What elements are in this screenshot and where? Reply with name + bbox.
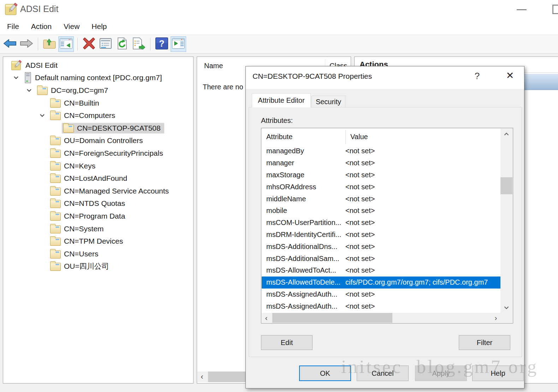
scroll-down-icon[interactable] <box>500 302 512 313</box>
attribute-row[interactable]: msDRM-IdentityCertifi...<not set> <box>262 229 500 241</box>
tree-item-adsi-edit[interactable]: ADSI Edit <box>3 59 193 72</box>
toolbar-back-button[interactable] <box>2 36 18 52</box>
attributes-vscrollbar[interactable] <box>500 129 512 313</box>
toolbar-forward-button[interactable] <box>19 36 34 52</box>
toolbar-refresh-button[interactable] <box>114 36 130 52</box>
attribute-row[interactable]: maxStorage<not set> <box>262 169 500 181</box>
properties-dialog: CN=DESKTOP-9CAT508 Properties ? ✕ Attrib… <box>245 66 524 388</box>
folder-icon <box>50 225 61 233</box>
chevron-down-icon[interactable] <box>23 89 36 92</box>
tree-node[interactable]: CN=System <box>49 224 107 234</box>
tree-node[interactable]: OU=四川公司 <box>49 261 113 272</box>
attribute-row[interactable]: mobile<not set> <box>262 205 500 217</box>
cancel-button[interactable]: Cancel <box>357 366 409 381</box>
attribute-row-selected[interactable]: msDS-AllowedToDele...cifs/PDC.org.gm7/or… <box>262 277 500 289</box>
attribute-row[interactable]: manager<not set> <box>262 157 500 169</box>
tree-item-label: DC=org,DC=gm7 <box>51 86 108 95</box>
tree-node[interactable]: OU=Domain Controllers <box>49 135 147 146</box>
tree-item-cn-program-data[interactable]: CN=Program Data <box>3 210 193 222</box>
attribute-row[interactable]: msDS-AllowedToAct...<not set> <box>262 265 500 277</box>
maximize-button[interactable] <box>552 5 558 14</box>
ok-button[interactable]: OK <box>299 366 351 381</box>
tab-attribute-editor[interactable]: Attribute Editor <box>252 93 311 107</box>
menu-file[interactable]: File <box>7 22 19 31</box>
attribute-row[interactable]: msDS-AdditionalDns...<not set> <box>262 240 500 253</box>
tree-item-dc-org-dc-gm7[interactable]: DC=org,DC=gm7 <box>3 84 193 97</box>
tree-node[interactable]: CN=Keys <box>49 161 99 171</box>
tree-node[interactable]: CN=LostAndFound <box>49 173 131 184</box>
tree-item-label: CN=TPM Devices <box>64 237 123 245</box>
toolbar-export-list-button[interactable] <box>131 36 147 52</box>
attributes-column-divider[interactable] <box>345 130 346 144</box>
export-page-icon <box>132 37 146 51</box>
tree-selected-node[interactable]: CN=DESKTOP-9CAT508 <box>62 123 164 133</box>
tree-item-ou-domain-controllers[interactable]: OU=Domain Controllers <box>3 135 193 147</box>
tree-item-cn-builtin[interactable]: CN=Builtin <box>3 97 193 109</box>
apply-button[interactable]: Apply <box>415 366 467 381</box>
toolbar-show-action-pane-button[interactable] <box>171 36 186 52</box>
menu-view[interactable]: View <box>64 22 79 31</box>
filter-button[interactable]: Filter <box>459 335 510 350</box>
tree-item-cn-computers[interactable]: CN=Computers <box>3 109 193 122</box>
column-header-value[interactable]: Value <box>350 133 368 141</box>
toolbar-properties-button[interactable] <box>98 36 113 52</box>
toolbar-help-button[interactable]: ? <box>154 36 170 52</box>
tree-item-cn-ntds-quotas[interactable]: CN=NTDS Quotas <box>3 197 193 210</box>
toolbar-up-one-level-button[interactable] <box>42 36 57 52</box>
tree-node[interactable]: CN=NTDS Quotas <box>49 198 129 209</box>
tree-node[interactable]: CN=TPM Devices <box>49 236 126 247</box>
dialog-close-button[interactable]: ✕ <box>503 70 517 83</box>
tree-item-cn-system[interactable]: CN=System <box>3 222 193 235</box>
tab-security[interactable]: Security <box>311 96 345 107</box>
folder-icon <box>50 150 61 158</box>
toolbar-delete-button[interactable] <box>81 36 97 52</box>
toolbar-show-console-tree-button[interactable] <box>58 36 74 52</box>
tree-item-cn-keys[interactable]: CN=Keys <box>3 160 193 172</box>
help-button[interactable]: Help <box>472 366 524 381</box>
tree-node[interactable]: CN=Builtin <box>49 98 103 108</box>
hscrollbar-thumb[interactable] <box>272 313 392 323</box>
attributes-hscrollbar[interactable]: ‹ › <box>262 313 500 323</box>
chevron-down-icon[interactable] <box>10 76 23 79</box>
dialog-help-button[interactable]: ? <box>471 71 483 83</box>
menu-help[interactable]: Help <box>91 22 107 31</box>
tree-item-cn-lostandfound[interactable]: CN=LostAndFound <box>3 172 193 185</box>
tree-node[interactable]: CN=Computers <box>49 110 119 121</box>
tree-item-cn-foreignsecurityprincipals[interactable]: CN=ForeignSecurityPrincipals <box>3 147 193 160</box>
scroll-left-icon[interactable]: ‹ <box>262 313 271 323</box>
vscrollbar-thumb[interactable] <box>500 177 512 194</box>
tree-node[interactable]: ADSI Edit <box>10 59 61 71</box>
attributes-list-header: Attribute Value <box>261 128 513 145</box>
scroll-up-icon[interactable] <box>500 129 512 139</box>
window-title: ADSI Edit <box>20 4 58 14</box>
attribute-row[interactable]: msDS-AssignedAuth...<not set> <box>262 289 500 301</box>
attribute-row[interactable]: managedBy<not set> <box>262 145 500 157</box>
menu-action[interactable]: Action <box>31 22 52 31</box>
scroll-left-icon[interactable]: ‹ <box>197 372 207 382</box>
tree-node[interactable]: CN=ForeignSecurityPrincipals <box>49 148 167 159</box>
column-header-name[interactable]: Name <box>204 62 223 70</box>
attribute-row[interactable]: msDS-AdditionalSam...<not set> <box>262 253 500 265</box>
attribute-row[interactable]: msCOM-UserPartition...<not set> <box>262 217 500 229</box>
tree-item-cn-desktop-9cat508[interactable]: CN=DESKTOP-9CAT508 <box>3 122 193 135</box>
tree-node[interactable]: CN=Program Data <box>49 211 129 221</box>
attribute-row[interactable]: msDS-AssignedAuth...<not set> <box>262 300 500 312</box>
tree-node[interactable]: Default naming context [PDC.org.gm7] <box>23 71 166 84</box>
tree-item-default-naming-context-pdc-org-gm7-[interactable]: Default naming context [PDC.org.gm7] <box>3 72 193 84</box>
tree-item-cn-users[interactable]: CN=Users <box>3 248 193 260</box>
attribute-row[interactable]: middleName<not set> <box>262 193 500 205</box>
chevron-down-icon[interactable] <box>36 114 49 117</box>
minimize-button[interactable] <box>511 3 532 16</box>
attribute-name-cell: mobile <box>262 207 345 215</box>
scroll-right-icon[interactable]: › <box>491 313 500 323</box>
tree-node[interactable]: CN=Users <box>49 249 102 259</box>
tree-item-cn-tpm-devices[interactable]: CN=TPM Devices <box>3 235 193 248</box>
column-header-attribute[interactable]: Attribute <box>266 133 292 141</box>
tree-node[interactable]: DC=org,DC=gm7 <box>36 85 112 96</box>
tree-node[interactable]: CN=Managed Service Accounts <box>49 186 172 196</box>
edit-button[interactable]: Edit <box>261 335 313 350</box>
attribute-row[interactable]: mhsORAddress<not set> <box>262 181 500 193</box>
tree-item-cn-managed-service-accounts[interactable]: CN=Managed Service Accounts <box>3 185 193 197</box>
tree-item-ou-[interactable]: OU=四川公司 <box>3 260 193 273</box>
tree-item-label: CN=Managed Service Accounts <box>64 187 169 195</box>
